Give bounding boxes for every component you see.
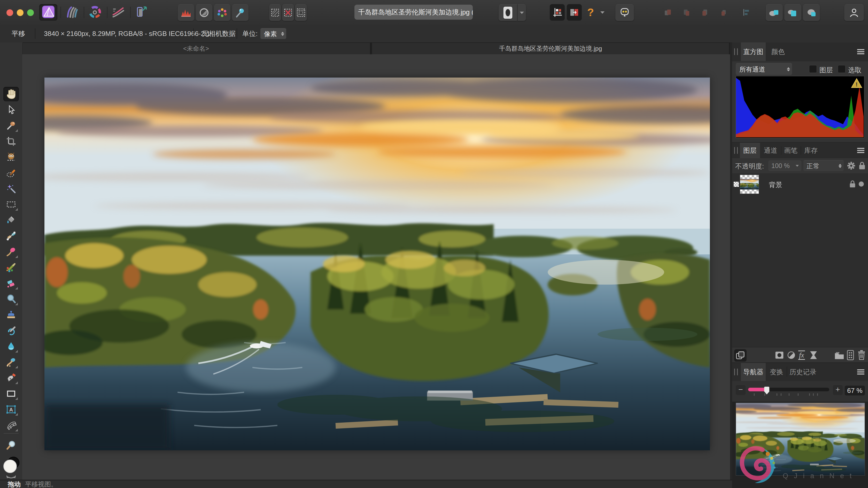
delete-layer-icon[interactable] [857, 350, 866, 361]
rectangle-tool[interactable] [3, 386, 19, 401]
zoom-in-button[interactable]: + [833, 385, 843, 395]
liquify-persona-button[interactable] [63, 4, 81, 21]
marquee-checkbox[interactable] [838, 65, 845, 73]
invert-selection-button[interactable] [295, 4, 307, 21]
flood-select-tool[interactable] [3, 181, 19, 196]
color-swatches[interactable] [2, 455, 21, 481]
develop-persona-button[interactable] [86, 4, 104, 21]
unit-select[interactable]: 像素 [260, 28, 286, 39]
tab-layers[interactable]: 图层 [740, 143, 760, 158]
canvas-viewport[interactable] [22, 54, 730, 480]
pixel-brush-tool[interactable] [3, 260, 19, 275]
tab-channels[interactable]: 通道 [761, 143, 780, 158]
move-backward-button[interactable] [699, 4, 711, 21]
view-tool[interactable] [3, 87, 19, 101]
mesh-warp-tool[interactable] [3, 418, 19, 432]
panel-divider[interactable] [730, 42, 732, 488]
alignment-button[interactable] [740, 4, 753, 21]
front-color-swatch[interactable] [4, 460, 17, 473]
panel-grip[interactable] [734, 369, 738, 375]
tab-color[interactable]: 颜色 [767, 42, 789, 61]
flood-fill-tool[interactable] [3, 213, 19, 227]
auto-color-button[interactable] [214, 4, 230, 21]
channel-select[interactable]: 所有通道 [736, 63, 792, 75]
pen-tool[interactable] [3, 371, 19, 385]
move-tool[interactable] [3, 103, 19, 117]
panel-menu-icon[interactable] [857, 48, 864, 55]
tab-brushes[interactable]: 画笔 [782, 143, 800, 158]
blur-brush-tool[interactable] [3, 292, 19, 306]
tab-transform[interactable]: 变换 [767, 363, 786, 381]
auto-white-balance-button[interactable] [232, 4, 249, 21]
panel-grip[interactable] [734, 48, 738, 55]
layer-thumbnail[interactable] [740, 175, 759, 194]
adjustment-layer-icon[interactable] [786, 350, 796, 360]
geometry-subtract-button[interactable] [784, 4, 801, 21]
move-forward-button[interactable] [680, 4, 693, 21]
zoom-slider[interactable] [748, 388, 829, 391]
blur-drop-tool[interactable] [3, 339, 19, 353]
crop-tool[interactable] [3, 134, 19, 149]
layer-row-background[interactable]: 背景 [732, 173, 868, 195]
layer-effects-icon[interactable]: fx [798, 350, 805, 360]
deselect-button[interactable] [282, 4, 294, 21]
tab-histogram[interactable]: 直方图 [741, 42, 766, 61]
group-layers-icon[interactable] [834, 350, 845, 360]
zoom-out-button[interactable]: − [736, 385, 746, 395]
tab-navigator[interactable]: 导航器 [741, 363, 766, 381]
layer-options-button[interactable] [734, 349, 747, 362]
help-button[interactable]: ? [583, 4, 598, 21]
photo-persona-button[interactable] [39, 4, 57, 21]
select-all-button[interactable] [269, 4, 281, 21]
move-to-back-button[interactable] [718, 4, 730, 21]
selection-brush-tool[interactable] [3, 150, 19, 164]
assistant-button[interactable] [615, 4, 634, 21]
undo-brush-tool[interactable] [3, 323, 19, 338]
live-filter-icon[interactable] [809, 350, 818, 360]
blend-options-gear-icon[interactable] [847, 161, 856, 170]
tab-stock[interactable]: 库存 [801, 143, 820, 158]
layers-checkbox[interactable] [809, 65, 817, 73]
account-button[interactable] [844, 4, 864, 21]
tab-history[interactable]: 历史记录 [787, 363, 818, 381]
tab-untitled[interactable]: <未命名> [22, 43, 370, 54]
layer-visibility-toggle[interactable] [859, 181, 864, 186]
move-to-front-button[interactable] [662, 4, 674, 21]
tab-current-document[interactable]: 千岛群岛地区圣劳伦斯河美加边境.jpg [372, 43, 729, 54]
eraser-tool[interactable] [3, 276, 19, 290]
edit-lock-icon[interactable] [858, 161, 866, 170]
layer-lock-icon[interactable] [849, 180, 856, 188]
clone-stamp-tool[interactable] [3, 308, 19, 322]
text-tool[interactable]: A [3, 402, 19, 417]
paint-brush-tool[interactable] [3, 245, 19, 259]
document-image[interactable] [44, 78, 710, 450]
mask-edit-toggle-button[interactable] [567, 4, 582, 21]
panel-menu-icon[interactable] [857, 368, 864, 376]
color-picker-tool[interactable] [3, 118, 19, 133]
help-dropdown[interactable] [598, 4, 607, 21]
freehand-selection-tool[interactable] [3, 166, 19, 180]
view-mode-dropdown[interactable] [518, 4, 526, 21]
auto-levels-button[interactable] [178, 4, 194, 21]
clipping-warning-icon[interactable]: ! [851, 78, 863, 89]
view-mode-button[interactable] [499, 4, 517, 21]
zoom-tool[interactable] [3, 438, 19, 453]
geometry-intersect-button[interactable] [803, 4, 820, 21]
grid-toggle-button[interactable] [550, 4, 565, 21]
gradient-tool[interactable] [3, 229, 19, 243]
marquee-tool[interactable] [3, 197, 19, 212]
drag-handle-icon[interactable] [734, 182, 739, 187]
auto-contrast-button[interactable] [196, 4, 212, 21]
tone-mapping-persona-button[interactable] [109, 4, 127, 21]
new-layer-icon[interactable] [846, 349, 855, 361]
panel-menu-icon[interactable] [857, 147, 864, 154]
blend-mode-select[interactable]: 正常 [803, 160, 844, 171]
smudge-tool[interactable] [3, 355, 19, 369]
geometry-add-button[interactable] [766, 4, 783, 21]
minimize-button[interactable] [17, 9, 24, 16]
close-button[interactable] [6, 9, 13, 16]
export-persona-button[interactable] [132, 4, 150, 21]
zoom-window-button[interactable] [27, 9, 34, 16]
opacity-value[interactable]: 100 % [768, 160, 801, 171]
mask-layer-icon[interactable] [774, 351, 784, 360]
